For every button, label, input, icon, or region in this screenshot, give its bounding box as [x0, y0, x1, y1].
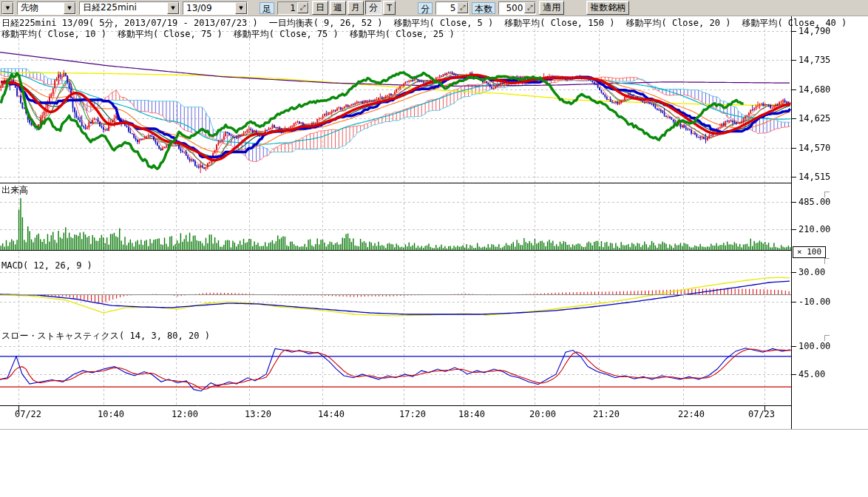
period-button-週[interactable]: 週: [330, 1, 346, 15]
chevron-down-icon[interactable]: ▼: [235, 2, 247, 14]
bar-type-label: 足: [260, 2, 274, 14]
period-button-T[interactable]: T: [383, 1, 396, 15]
minutes-input[interactable]: 5 ⤢: [435, 1, 469, 15]
period-button-group: 日週月分T: [312, 1, 396, 15]
contract-month-combo[interactable]: 13/09 ▼: [183, 1, 248, 15]
period-button-分[interactable]: 分: [365, 1, 382, 15]
interval-count-input[interactable]: 1 ⤢: [277, 1, 309, 15]
bar-count-value: 500: [499, 3, 524, 13]
contract-month-value: 13/09: [183, 3, 235, 13]
minutes-label: 分: [418, 2, 433, 14]
instrument-combo-value: 日経225mini: [80, 1, 167, 14]
chevron-down-icon[interactable]: ▼: [2, 2, 13, 14]
chevron-down-icon[interactable]: ▼: [167, 2, 179, 14]
spinner-icon[interactable]: ⤢: [297, 2, 308, 13]
chevron-down-icon[interactable]: ▼: [64, 2, 75, 14]
multi-symbol-button[interactable]: 複数銘柄: [586, 1, 629, 15]
chart-application-window: ▼ 先物 ▼ 日経225mini ▼ 13/09 ▼ 足 1 ⤢ 日週月分T 分…: [0, 0, 868, 497]
interval-count-value: 1: [278, 3, 297, 13]
bar-count-input[interactable]: 500 ⤢: [498, 1, 536, 15]
market-combo[interactable]: 先物 ▼: [17, 1, 76, 15]
bar-count-label: 本数: [472, 2, 495, 14]
period-button-日[interactable]: 日: [312, 1, 328, 15]
period-button-月[interactable]: 月: [347, 1, 364, 15]
market-combo-value: 先物: [18, 1, 64, 14]
minutes-value: 5: [436, 3, 457, 13]
leftmost-combo-partial[interactable]: ▼: [1, 1, 14, 15]
instrument-combo[interactable]: 日経225mini ▼: [79, 1, 180, 15]
chart-canvas[interactable]: [0, 0, 868, 497]
spinner-icon[interactable]: ⤢: [457, 2, 468, 13]
spinner-icon[interactable]: ⤢: [524, 2, 535, 13]
apply-button[interactable]: 適用: [539, 1, 564, 15]
toolbar: ▼ 先物 ▼ 日経225mini ▼ 13/09 ▼ 足 1 ⤢ 日週月分T 分…: [0, 0, 868, 16]
